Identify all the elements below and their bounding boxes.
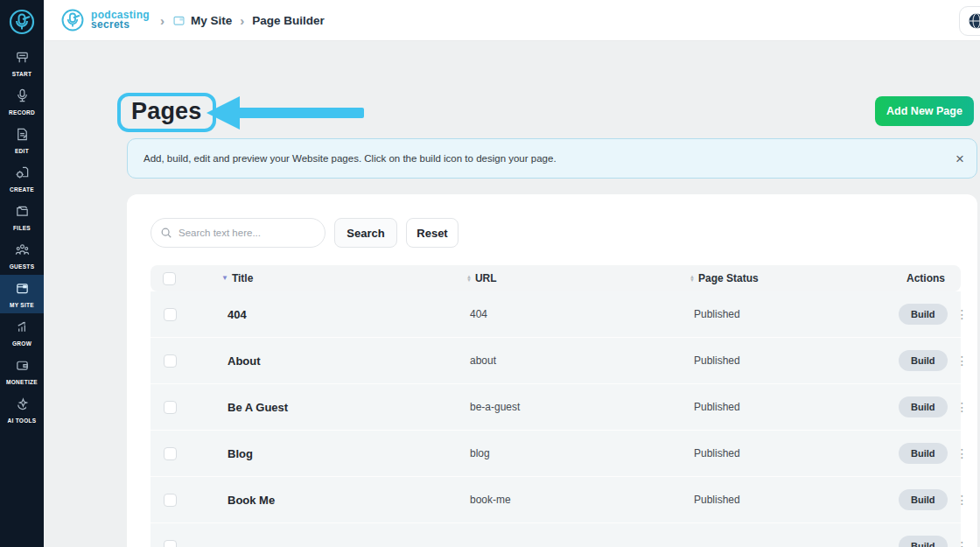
page-title-cell: Book Me	[189, 494, 466, 507]
sidebar-item-label: AI TOOLS	[8, 417, 37, 424]
build-button[interactable]: Build	[899, 489, 948, 510]
build-button[interactable]: Build	[899, 443, 948, 464]
page-url-cell: about	[466, 354, 689, 367]
select-all-checkbox[interactable]	[163, 272, 176, 285]
table-header-row: ▼ Title ▲▼ URL ▲▼ Page Status Actions	[150, 265, 961, 291]
search-box[interactable]	[150, 218, 326, 248]
pages-table: ▼ Title ▲▼ URL ▲▼ Page Status Actions	[150, 265, 961, 547]
microphone-icon	[15, 88, 30, 107]
brand-logo[interactable]: podcasting secrets	[60, 7, 150, 33]
search-button[interactable]: Search	[334, 218, 397, 248]
sidebar-item-create[interactable]: CREATE	[0, 159, 44, 198]
sort-both-icon: ▲▼	[690, 275, 695, 283]
sidebar-item-grow[interactable]: GROW	[0, 313, 44, 352]
ai-sparkle-icon	[15, 396, 30, 415]
table-row: Blog blog Published Build ⋮	[150, 431, 961, 477]
top-header: podcasting secrets › My Site › Page Buil…	[44, 0, 980, 41]
row-checkbox[interactable]	[164, 494, 177, 507]
breadcrumb-chevron: ›	[240, 14, 244, 27]
growth-chart-icon	[15, 319, 30, 338]
page-url-cell: 404	[466, 308, 689, 320]
page-title-cell: Blog	[189, 447, 466, 460]
page-url-cell: be-a-guest	[466, 401, 689, 413]
row-menu-kebab-icon[interactable]: ⋮	[956, 308, 969, 320]
annotation-arrow-icon	[205, 92, 367, 134]
banner-close-icon[interactable]: ×	[956, 151, 964, 166]
row-menu-kebab-icon[interactable]: ⋮	[956, 354, 969, 367]
column-header-title[interactable]: ▼ Title	[189, 272, 466, 284]
guests-people-icon	[15, 242, 30, 261]
row-menu-kebab-icon[interactable]: ⋮	[956, 447, 969, 459]
page-status-cell: Published	[689, 494, 899, 506]
row-menu-kebab-icon[interactable]: ⋮	[956, 401, 969, 413]
sidebar-item-label: CREATE	[10, 186, 34, 193]
sidebar-item-label: GUESTS	[10, 263, 35, 270]
add-new-page-button[interactable]: Add New Page	[875, 96, 974, 126]
language-globe-button[interactable]	[959, 6, 980, 36]
table-row: Be A Guest be-a-guest Published Build ⋮	[150, 384, 961, 431]
build-button[interactable]: Build	[899, 396, 948, 417]
row-checkbox[interactable]	[164, 354, 177, 368]
files-folder-icon	[15, 204, 30, 222]
app-logo-icon[interactable]	[0, 0, 44, 44]
pages-card: Search Reset ▼ Title ▲▼ URL ▲▼ Page Stat…	[127, 194, 977, 547]
sidebar-item-label: RECORD	[9, 109, 35, 116]
sidebar-item-ai-tools[interactable]: AI TOOLS	[0, 390, 44, 429]
brand-mic-icon	[60, 7, 86, 33]
sidebar-item-label: START	[12, 71, 32, 77]
sidebar-item-edit[interactable]: EDIT	[0, 121, 44, 159]
pages-title-highlight-box: Pages	[117, 93, 216, 132]
page-status-cell: Published	[689, 447, 899, 459]
breadcrumb: › My Site › Page Builder	[160, 14, 325, 27]
table-row: Book Me book-me Published Build ⋮	[150, 477, 961, 523]
page-builder-app: START RECORD EDIT	[0, 0, 980, 547]
start-sign-icon	[15, 50, 30, 68]
page-status-cell: Published	[689, 401, 899, 413]
globe-icon	[968, 12, 980, 30]
sort-both-icon: ▲▼	[466, 275, 472, 283]
header-checkbox-cell	[150, 272, 189, 285]
sidebar-item-record[interactable]: RECORD	[0, 82, 44, 121]
page-url-cell: blog	[466, 447, 689, 459]
sidebar-item-start[interactable]: START	[0, 44, 44, 82]
sidebar-item-files[interactable]: FILES	[0, 198, 44, 236]
sidebar-item-my-site[interactable]: MY SITE	[0, 275, 44, 313]
info-banner-text: Add, build, edit and preview your Websit…	[144, 153, 556, 164]
sidebar: START RECORD EDIT	[0, 0, 44, 547]
column-header-url[interactable]: ▲▼ URL	[466, 272, 689, 284]
sidebar-item-label: MONETIZE	[6, 379, 38, 385]
page-url-cell: book-me	[466, 494, 689, 506]
row-menu-kebab-icon[interactable]: ⋮	[956, 540, 969, 547]
table-row: 404 404 Published Build ⋮	[150, 291, 961, 338]
browser-window-icon	[15, 281, 30, 299]
page-title: Pages	[131, 98, 202, 125]
build-button[interactable]: Build	[899, 536, 948, 547]
row-checkbox[interactable]	[164, 401, 177, 414]
row-menu-kebab-icon[interactable]: ⋮	[956, 494, 969, 506]
reset-button[interactable]: Reset	[406, 218, 458, 248]
row-checkbox[interactable]	[164, 308, 177, 321]
edit-document-icon	[15, 127, 30, 145]
page-title-cell: About	[189, 354, 466, 368]
row-checkbox[interactable]	[164, 540, 177, 547]
search-input[interactable]	[178, 228, 310, 238]
create-gear-icon	[15, 165, 30, 184]
row-checkbox[interactable]	[164, 447, 177, 460]
sidebar-item-guests[interactable]: GUESTS	[0, 236, 44, 275]
build-button[interactable]: Build	[899, 304, 948, 325]
info-banner: Add, build, edit and preview your Websit…	[127, 138, 977, 179]
column-header-page-status[interactable]: ▲▼ Page Status	[689, 272, 899, 284]
search-toolbar: Search Reset	[150, 218, 458, 248]
sidebar-item-monetize[interactable]: MONETIZE	[0, 352, 44, 390]
build-button[interactable]: Build	[899, 350, 948, 371]
table-row-partial: Build ⋮	[150, 523, 961, 547]
sort-desc-icon: ▼	[221, 275, 228, 282]
page-title-cell: 404	[189, 308, 466, 321]
breadcrumb-my-site[interactable]: My Site	[172, 14, 232, 27]
sidebar-item-label: EDIT	[15, 148, 29, 154]
breadcrumb-chevron: ›	[160, 14, 164, 27]
wallet-icon	[15, 358, 30, 376]
page-status-cell: Published	[689, 354, 899, 367]
brand-logo-text: podcasting secrets	[91, 11, 150, 30]
breadcrumb-page-builder[interactable]: Page Builder	[252, 14, 325, 27]
